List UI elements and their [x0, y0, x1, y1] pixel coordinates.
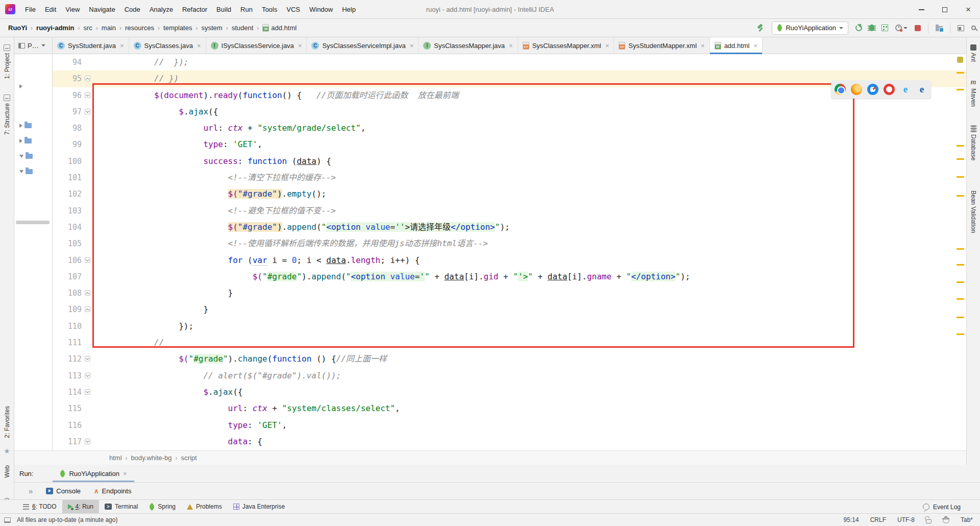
tab-sysclassesmapper.xml[interactable]: SysClassesMapper.xml×: [518, 37, 615, 54]
menu-run[interactable]: Run: [236, 0, 257, 19]
debug-icon[interactable]: [869, 25, 874, 31]
toolwindow-button-problems[interactable]: Problems: [181, 500, 228, 513]
error-stripe-mark[interactable]: [957, 89, 964, 90]
readonly-lock-icon[interactable]: [926, 519, 932, 523]
incognito-icon[interactable]: [943, 517, 949, 523]
breadcrumb-item[interactable]: ruoyi-admin: [35, 24, 75, 32]
expand-icon[interactable]: »: [29, 487, 33, 495]
fold-collapse-icon[interactable]: [85, 389, 90, 395]
line-number[interactable]: 101: [53, 170, 85, 186]
close-button[interactable]: ×: [957, 0, 980, 19]
line-number[interactable]: 115: [53, 400, 85, 417]
project-structure-icon[interactable]: [936, 26, 943, 31]
code-text[interactable]: type: 'GET',: [98, 417, 287, 434]
error-stripe-mark[interactable]: [957, 195, 964, 197]
menu-window[interactable]: Window: [305, 0, 337, 19]
line-number[interactable]: 111: [53, 334, 85, 351]
code-text[interactable]: $.ajax({: [98, 384, 242, 400]
code-line[interactable]: 116 type: 'GET',: [53, 417, 966, 434]
chevron-down-icon[interactable]: [19, 155, 23, 158]
breadcrumb-item[interactable]: main: [101, 24, 117, 32]
run-button[interactable]: [855, 25, 862, 31]
tab-close-icon[interactable]: ×: [410, 42, 414, 50]
line-number[interactable]: 94: [53, 54, 85, 70]
fold-collapse-icon[interactable]: [85, 257, 90, 263]
tab-close-icon[interactable]: ×: [754, 42, 758, 50]
stop-button[interactable]: [915, 25, 921, 31]
fold-collapse-icon[interactable]: [85, 92, 90, 98]
error-stripe-mark[interactable]: [957, 298, 964, 300]
sidebar-item-structure[interactable]: 7: Structure: [0, 94, 14, 135]
error-stripe-mark[interactable]: [957, 333, 964, 335]
error-stripe-mark[interactable]: [957, 145, 964, 147]
project-panel-scrollbar[interactable]: [16, 221, 50, 224]
line-number[interactable]: 98: [53, 120, 85, 136]
breadcrumb-item[interactable]: html: [108, 454, 123, 462]
chrome-icon[interactable]: [835, 84, 846, 95]
menu-tools[interactable]: Tools: [257, 0, 282, 19]
sidebar-item-maven[interactable]: mMaven: [967, 78, 980, 107]
chevron-down-icon[interactable]: [903, 27, 908, 29]
menu-file[interactable]: File: [20, 0, 40, 19]
run-config-selector[interactable]: RuoYiApplication: [772, 21, 848, 35]
minimize-button[interactable]: [910, 0, 933, 19]
tab-close-icon[interactable]: ×: [509, 42, 513, 50]
error-stripe-mark[interactable]: [957, 248, 964, 250]
breadcrumb-item[interactable]: body.white-bg: [130, 454, 173, 462]
code-text[interactable]: $("#grade").change(function () {//同上面一样: [98, 351, 387, 367]
fold-collapse-icon[interactable]: [85, 356, 90, 362]
code-line[interactable]: 113 // alert($("#grade").val());: [53, 368, 966, 384]
build-hammer-icon[interactable]: [756, 24, 765, 32]
maximize-button[interactable]: [933, 0, 957, 19]
line-number[interactable]: 104: [53, 219, 85, 235]
project-tree-row[interactable]: [19, 169, 33, 174]
menu-analyze[interactable]: Analyze: [145, 0, 178, 19]
toolwindow-button-terminal[interactable]: >Terminal: [99, 500, 143, 513]
menu-refactor[interactable]: Refactor: [178, 0, 212, 19]
toolwindow-toggle-icon[interactable]: [4, 517, 11, 523]
tab-sysclasses.java[interactable]: CSysClasses.java×: [129, 37, 206, 54]
line-number[interactable]: 116: [53, 417, 85, 434]
coverage-icon[interactable]: [881, 25, 888, 31]
project-tree-row[interactable]: [19, 123, 32, 128]
breadcrumb-item[interactable]: src: [82, 24, 93, 32]
tab-close-icon[interactable]: ×: [120, 42, 124, 50]
code-text[interactable]: // });: [98, 54, 189, 70]
file-encoding[interactable]: UTF-8: [897, 516, 915, 523]
line-number[interactable]: 96: [53, 87, 85, 104]
project-tree-row[interactable]: [19, 154, 33, 159]
sidebar-item-ant[interactable]: Ant: [967, 44, 980, 62]
code-line[interactable]: 115 url: ctx + "system/classes/select",: [53, 400, 966, 417]
event-log-button[interactable]: Event Log: [923, 500, 961, 514]
endpoints-tab[interactable]: ∧ Endpoints: [94, 487, 131, 495]
tab-add.html[interactable]: add.html×: [710, 37, 763, 54]
line-number[interactable]: 97: [53, 104, 85, 120]
fold-expand-icon[interactable]: [85, 290, 90, 296]
error-stripe-mark[interactable]: [957, 176, 964, 178]
sidebar-item-database[interactable]: Database: [967, 125, 980, 160]
line-number[interactable]: 110: [53, 318, 85, 334]
toolwindow-button--run[interactable]: 4: Run: [62, 500, 99, 513]
close-icon[interactable]: ×: [123, 470, 127, 477]
line-number[interactable]: 95: [53, 70, 85, 87]
line-number[interactable]: 102: [53, 186, 85, 202]
tab-sysstudent.java[interactable]: CSysStudent.java×: [53, 37, 129, 54]
tab-isysclassesservice.java[interactable]: IISysClassesService.java×: [206, 37, 307, 54]
chevron-right-icon[interactable]: [19, 139, 22, 143]
breadcrumb-item[interactable]: templates: [162, 24, 193, 32]
code-line[interactable]: 112 $("#grade").change(function () {//同上…: [53, 351, 966, 367]
line-number[interactable]: 103: [53, 203, 85, 219]
line-separator[interactable]: CRLF: [870, 516, 886, 523]
menu-code[interactable]: Code: [120, 0, 145, 19]
line-number[interactable]: 105: [53, 235, 85, 252]
menu-view[interactable]: View: [61, 0, 84, 19]
code-line[interactable]: 117 data: {: [53, 434, 966, 450]
tab-sysstudentmapper.xml[interactable]: SysStudentMapper.xml×: [614, 37, 709, 54]
console-tab[interactable]: Console: [46, 487, 81, 495]
line-number[interactable]: 99: [53, 136, 85, 153]
project-panel-header[interactable]: P…: [14, 37, 53, 54]
menu-help[interactable]: Help: [337, 0, 360, 19]
chevron-down-icon[interactable]: [19, 170, 23, 173]
code-text[interactable]: url: ctx + "system/classes/select",: [98, 400, 400, 417]
project-tree-row[interactable]: [19, 138, 32, 144]
